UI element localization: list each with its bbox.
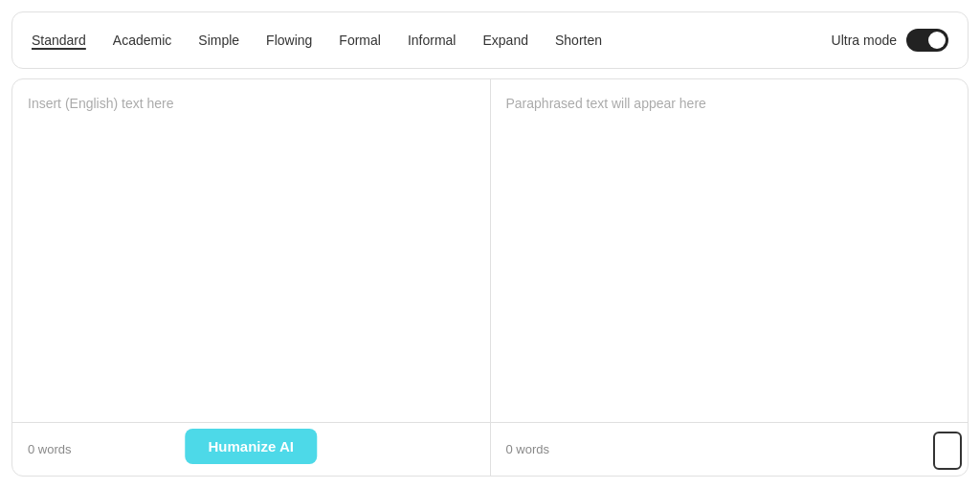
main-content: Insert (English) text here 0 words Human… xyxy=(11,78,969,477)
nav-item-academic[interactable]: Academic xyxy=(113,29,171,52)
nav-items: Standard Academic Simple Flowing Formal … xyxy=(32,29,832,52)
top-navigation-bar: Standard Academic Simple Flowing Formal … xyxy=(11,11,969,69)
left-panel-footer: 0 words Humanize AI xyxy=(12,422,490,476)
output-text-area: Paraphrased text will appear here xyxy=(491,79,969,422)
nav-item-standard[interactable]: Standard xyxy=(32,29,86,52)
right-panel: Paraphrased text will appear here 0 word… xyxy=(491,79,969,476)
left-word-count: 0 words xyxy=(28,442,72,456)
nav-item-simple[interactable]: Simple xyxy=(198,29,239,52)
nav-item-formal[interactable]: Formal xyxy=(339,29,381,52)
ultra-mode-toggle[interactable] xyxy=(906,29,948,52)
nav-item-shorten[interactable]: Shorten xyxy=(555,29,602,52)
right-word-count: 0 words xyxy=(506,442,550,456)
nav-item-informal[interactable]: Informal xyxy=(408,29,457,52)
nav-item-expand[interactable]: Expand xyxy=(482,29,527,52)
ultra-mode-label: Ultra mode xyxy=(832,33,897,48)
humanize-button[interactable]: Humanize AI xyxy=(186,429,317,464)
ultra-mode-container: Ultra mode xyxy=(832,29,948,52)
nav-item-flowing[interactable]: Flowing xyxy=(266,29,312,52)
output-placeholder: Paraphrased text will appear here xyxy=(506,96,706,111)
left-panel: Insert (English) text here 0 words Human… xyxy=(12,79,491,476)
input-text-area[interactable]: Insert (English) text here xyxy=(12,79,490,422)
right-panel-footer: 0 words xyxy=(491,422,969,476)
toggle-knob xyxy=(928,32,946,49)
input-placeholder: Insert (English) text here xyxy=(28,96,174,111)
